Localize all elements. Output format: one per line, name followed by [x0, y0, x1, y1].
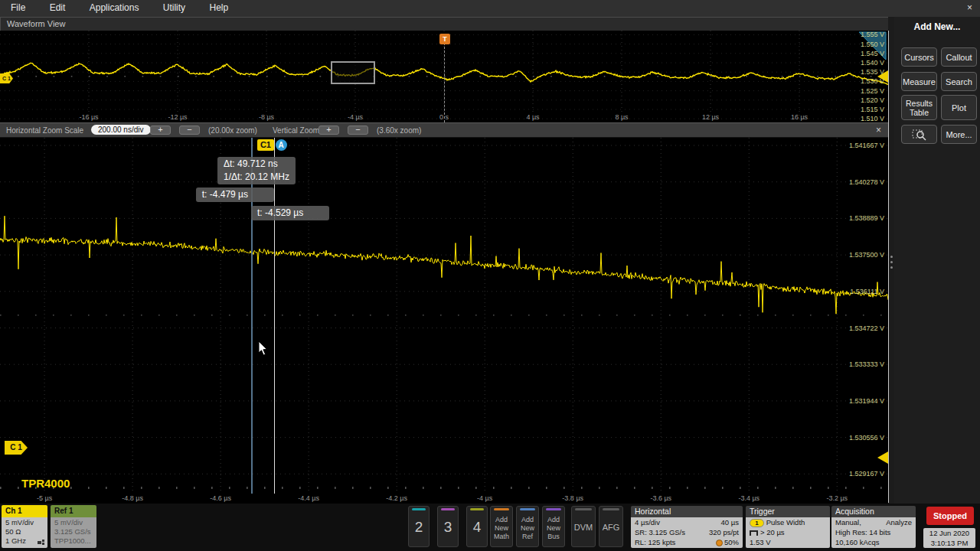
channel-4-button[interactable]: 4: [466, 506, 488, 547]
oscilloscope-app: File Edit Applications Utility Help × Wa…: [0, 0, 980, 551]
v-zoom-minus-button[interactable]: −: [348, 126, 368, 135]
zoom-x-label: -3.4 µs: [738, 494, 760, 502]
channel-offset-arrow-icon[interactable]: [877, 452, 888, 464]
zoom-x-label: -4.2 µs: [386, 494, 407, 502]
ch1-termination: 50 Ω: [5, 527, 47, 536]
horizontal-panel[interactable]: Horizontal 4 µs/div 40 µs SR: 3.125 GS/s…: [631, 506, 743, 548]
time-value: 3:10:13 PM: [923, 538, 975, 548]
zoom-x-label: -5 µs: [37, 494, 52, 502]
waveform-view-titlebar: Waveform View: [0, 17, 888, 31]
h-window: 40 µs: [721, 517, 739, 527]
bottom-bar: Ch 1 5 mV/div 50 Ω 1 GHz Ref 1 5 mV/div …: [0, 504, 980, 551]
h-scale: 4 µs/div: [635, 517, 660, 527]
overview-plot[interactable]: T C 1 1.555 V1.550 V1.545 V1.540 V1.535 …: [0, 31, 888, 122]
horizontal-title: Horizontal: [631, 506, 743, 517]
inv-delta-t-value: 1/Δt: 20.12 MHz: [224, 171, 289, 184]
h-recordlength: RL: 125 kpts: [635, 537, 675, 547]
acq-analyze: Analyze: [886, 517, 912, 527]
ch1-scale: 5 mV/div: [5, 518, 47, 527]
add-new-ref-button[interactable]: Add New Ref: [516, 506, 539, 547]
add-measure-button[interactable]: Measure: [901, 72, 937, 91]
delta-t-value: Δt: 49.712 ns: [224, 158, 289, 171]
ref-1-badge[interactable]: Ref 1 5 mV/div 3.125 GS/s TPP1000...: [51, 505, 96, 548]
run-stop-status-button[interactable]: Stopped: [926, 507, 974, 525]
trigger-level: 1.53 V: [750, 537, 826, 547]
dvm-button[interactable]: DVM: [571, 506, 596, 547]
h-zoom-scale-value[interactable]: 200.00 ns/div: [91, 125, 151, 135]
channel-1-badge[interactable]: Ch 1 5 mV/div 50 Ω 1 GHz: [2, 505, 47, 548]
trigger-position-line: [444, 43, 445, 122]
acq-detail: High Res: 14 bits: [835, 527, 912, 537]
close-icon[interactable]: ×: [967, 2, 972, 13]
trigger-panel[interactable]: Trigger 1 Pulse Width > 20 µs 1.53 V: [746, 506, 830, 548]
ref1-scale: 5 mV/div: [54, 518, 96, 527]
h-position: 50%: [724, 538, 739, 546]
h-zoom-factor: (20.00x zoom): [208, 126, 257, 135]
add-plot-button[interactable]: Plot: [941, 95, 977, 120]
zoom-x-label: -3.6 µs: [650, 494, 671, 502]
menu-applications[interactable]: Applications: [79, 0, 150, 13]
ref1-probe: TPP1000...: [54, 536, 96, 546]
h-zoom-plus-button[interactable]: +: [150, 126, 171, 135]
h-samplerate: SR: 3.125 GS/s: [635, 527, 685, 537]
add-new-math-button[interactable]: Add New Math: [490, 506, 513, 547]
add-cursors-button[interactable]: Cursors: [901, 47, 937, 67]
afg-button[interactable]: AFG: [599, 506, 623, 547]
menu-utility[interactable]: Utility: [152, 0, 196, 13]
cursor-delta-readout: Δt: 49.712 ns 1/Δt: 20.12 MHz: [217, 157, 296, 184]
zoom-x-label: -3.8 µs: [562, 494, 583, 502]
cursor-a-time-readout: t: -4.529 µs: [251, 206, 329, 220]
add-results-table-button[interactable]: Results Table: [901, 95, 937, 120]
acquisition-panel[interactable]: Acquisition Manual, Analyze High Res: 14…: [831, 506, 916, 548]
zoom-x-label: -4.6 µs: [210, 494, 231, 502]
v-zoom-label: Vertical Zoom: [273, 126, 319, 135]
cursor-b-line[interactable]: [274, 138, 275, 494]
zoom-plot[interactable]: 1.541667 V1.540278 V1.538889 V1.537500 V…: [0, 138, 888, 494]
trigger-type: Pulse Width: [766, 518, 805, 527]
zoom-x-label: -4.8 µs: [122, 494, 143, 502]
trigger-source-badge: 1: [750, 519, 764, 527]
add-new-bus-button[interactable]: Add New Bus: [542, 506, 565, 547]
cursor-a-badge[interactable]: A: [276, 139, 287, 151]
menu-bar: File Edit Applications Utility Help ×: [0, 0, 980, 17]
menu-edit[interactable]: Edit: [39, 0, 77, 13]
ref-1-title: Ref 1: [51, 505, 96, 517]
menu-file[interactable]: File: [0, 0, 36, 13]
zoom-mode-button[interactable]: [901, 125, 937, 144]
cursor-b-time-readout: t: -4.479 µs: [196, 187, 274, 202]
add-search-button[interactable]: Search: [941, 72, 977, 91]
add-callout-button[interactable]: Callout: [941, 47, 977, 67]
zoom-plot-x-axis: -5 µs-4.8 µs-4.6 µs-4.4 µs-4.2 µs-4 µs-3…: [0, 494, 888, 504]
h-zoom-minus-button[interactable]: −: [179, 126, 200, 135]
probe-icon: [38, 539, 45, 546]
plot-right-border: [888, 31, 889, 503]
v-zoom-factor: (3.60x zoom): [377, 126, 421, 135]
v-zoom-plus-button[interactable]: +: [318, 126, 339, 135]
acq-mode: Manual,: [835, 517, 861, 527]
channel-2-button[interactable]: 2: [408, 506, 430, 547]
add-more-button[interactable]: More...: [941, 125, 977, 144]
zoom-x-label: -3.2 µs: [826, 494, 848, 502]
channel-3-button[interactable]: 3: [437, 506, 459, 547]
h-zoom-scale-label: Horizontal Zoom Scale: [6, 126, 83, 135]
add-new-title: Add New...: [894, 21, 980, 32]
probe-model-label: TPR4000: [21, 477, 70, 490]
h-resolution: 320 ps/pt: [709, 527, 739, 537]
channel-1-title: Ch 1: [2, 505, 47, 517]
zoom-close-icon[interactable]: ×: [876, 125, 881, 135]
ref1-samplerate: 3.125 GS/s: [54, 527, 96, 536]
datetime-display[interactable]: 12 Jun 2020 3:10:13 PM: [923, 528, 975, 548]
menu-help[interactable]: Help: [198, 0, 239, 13]
cursor-source-badge[interactable]: C1: [257, 139, 274, 151]
pulse-width-icon: [750, 530, 758, 536]
zoom-magnifier-icon: [912, 129, 927, 141]
mouse-pointer-icon: [258, 341, 269, 357]
trigger-marker[interactable]: T: [439, 34, 450, 44]
panel-splitter-handle[interactable]: [890, 253, 893, 272]
channel-level-arrow-icon[interactable]: [877, 70, 888, 83]
trigger-condition: > 20 µs: [760, 528, 785, 536]
date-value: 12 Jun 2020: [923, 528, 975, 538]
zoom-window-box[interactable]: [331, 61, 375, 84]
add-new-panel: Add New... Cursors Callout Measure Searc…: [894, 17, 980, 504]
trigger-title: Trigger: [746, 506, 830, 517]
